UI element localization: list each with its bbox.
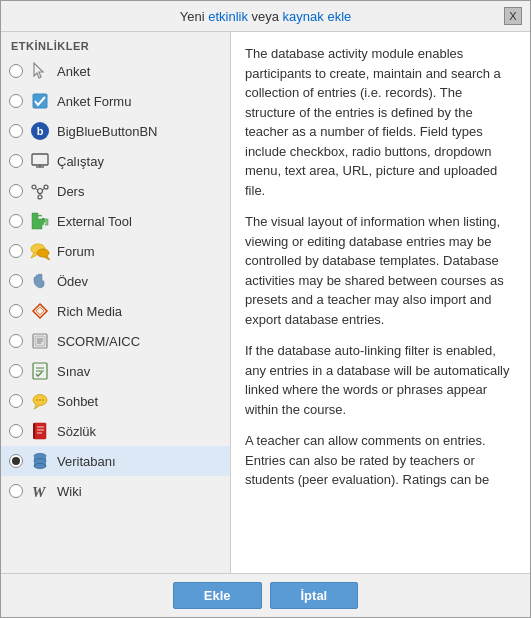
wiki-icon: W [29, 480, 51, 502]
item-label-sohbet: Sohbet [57, 394, 98, 409]
list-item[interactable]: Sınav [1, 356, 230, 386]
title-link-kaynak[interactable]: kaynak ekle [283, 9, 352, 24]
svg-point-27 [42, 399, 44, 401]
svg-point-6 [32, 185, 36, 189]
item-label-sozluk: Sözlük [57, 424, 96, 439]
list-item[interactable]: b BigBlueButtonBN [1, 116, 230, 146]
svg-line-10 [43, 189, 45, 191]
radio-anket-formu[interactable] [9, 94, 23, 108]
forum-icon [29, 240, 51, 262]
item-label-scorm: SCORM/AICC [57, 334, 140, 349]
radio-scorm[interactable] [9, 334, 23, 348]
section-header: ETKİNLİKLER [1, 32, 230, 56]
svg-point-37 [34, 464, 46, 469]
radio-rich-media[interactable] [9, 304, 23, 318]
bbb-icon: b [29, 120, 51, 142]
dialog-title: Yeni etkinlik veya kaynak ekle [27, 9, 504, 24]
radio-odev[interactable] [9, 274, 23, 288]
list-item[interactable]: Veritabanı [1, 446, 230, 476]
item-label-forum: Forum [57, 244, 95, 259]
item-label-external-tool: External Tool [57, 214, 132, 229]
list-item[interactable]: External Tool [1, 206, 230, 236]
description-p4: A teacher can allow comments on entries.… [245, 431, 516, 490]
svg-point-8 [38, 195, 42, 199]
svg-marker-15 [36, 307, 44, 315]
list-item[interactable]: W Wiki [1, 476, 230, 506]
svg-point-5 [38, 189, 43, 194]
list-item[interactable]: Anket [1, 56, 230, 86]
content-area: ETKİNLİKLER Anket [1, 32, 530, 573]
add-button[interactable]: Ekle [173, 582, 262, 609]
item-label-calistay: Çalıştay [57, 154, 104, 169]
dialog: Yeni etkinlik veya kaynak ekle X ETKİNLİ… [0, 0, 531, 618]
svg-point-7 [44, 185, 48, 189]
book-icon [29, 420, 51, 442]
radio-sohbet[interactable] [9, 394, 23, 408]
svg-marker-0 [34, 63, 43, 78]
radio-calistay[interactable] [9, 154, 23, 168]
list-item[interactable]: Anket Formu [1, 86, 230, 116]
svg-point-13 [37, 249, 49, 257]
radio-external-tool[interactable] [9, 214, 23, 228]
monitor-icon [29, 150, 51, 172]
list-item[interactable]: SCORM/AICC [1, 326, 230, 356]
footer: Ekle İptal [1, 573, 530, 617]
network-icon [29, 180, 51, 202]
item-label-rich-media: Rich Media [57, 304, 122, 319]
list-item[interactable]: Çalıştay [1, 146, 230, 176]
cursor-icon [29, 60, 51, 82]
radio-sinav[interactable] [9, 364, 23, 378]
database-icon [29, 450, 51, 472]
list-item[interactable]: Rich Media [1, 296, 230, 326]
description-p2: The visual layout of information when li… [245, 212, 516, 329]
radio-forum[interactable] [9, 244, 23, 258]
description-p1: The database activity module enables par… [245, 44, 516, 200]
svg-rect-2 [32, 154, 48, 165]
list-item[interactable]: Sözlük [1, 416, 230, 446]
list-item[interactable]: Forum [1, 236, 230, 266]
title-bar: Yeni etkinlik veya kaynak ekle X [1, 1, 530, 32]
item-label-odev: Ödev [57, 274, 88, 289]
item-label-anket: Anket [57, 64, 90, 79]
svg-marker-14 [33, 304, 47, 318]
item-label-sinav: Sınav [57, 364, 90, 379]
radio-bbb[interactable] [9, 124, 23, 138]
checklist-icon [29, 360, 51, 382]
chat-icon [29, 390, 51, 412]
title-link-etkinlik[interactable]: etkinlik [208, 9, 248, 24]
item-label-ders: Ders [57, 184, 84, 199]
radio-ders[interactable] [9, 184, 23, 198]
item-label-anket-formu: Anket Formu [57, 94, 131, 109]
close-button[interactable]: X [504, 7, 522, 25]
cancel-button[interactable]: İptal [270, 582, 359, 609]
left-panel: ETKİNLİKLER Anket [1, 32, 231, 573]
scorm-icon [29, 330, 51, 352]
list-item[interactable]: Sohbet [1, 386, 230, 416]
item-label-bbb: BigBlueButtonBN [57, 124, 157, 139]
item-label-wiki: Wiki [57, 484, 82, 499]
list-item[interactable]: Ders [1, 176, 230, 206]
diamond-icon [29, 300, 51, 322]
svg-text:W: W [32, 484, 47, 500]
svg-point-26 [39, 399, 41, 401]
hand-icon [29, 270, 51, 292]
radio-anket[interactable] [9, 64, 23, 78]
checkbox-icon [29, 90, 51, 112]
svg-line-9 [36, 189, 38, 191]
svg-point-25 [36, 399, 38, 401]
puzzle-icon [29, 210, 51, 232]
item-label-veritabani: Veritabanı [57, 454, 116, 469]
activity-list: Anket Anket Formu [1, 56, 230, 573]
description-panel: The database activity module enables par… [231, 32, 530, 573]
radio-veritabani[interactable] [9, 454, 23, 468]
radio-sozluk[interactable] [9, 424, 23, 438]
radio-wiki[interactable] [9, 484, 23, 498]
svg-rect-29 [33, 423, 35, 439]
list-item[interactable]: Ödev [1, 266, 230, 296]
svg-rect-28 [34, 423, 46, 439]
description-p3: If the database auto-linking filter is e… [245, 341, 516, 419]
